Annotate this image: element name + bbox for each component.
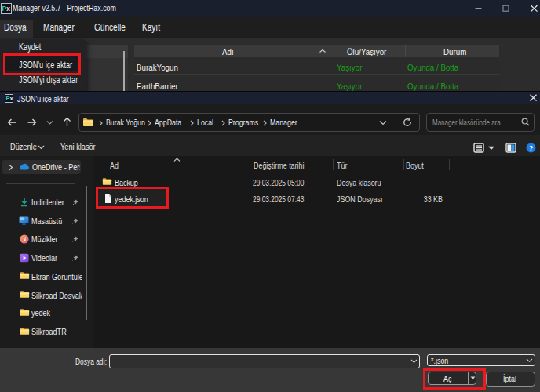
svg-text:?: ? [529,144,534,152]
